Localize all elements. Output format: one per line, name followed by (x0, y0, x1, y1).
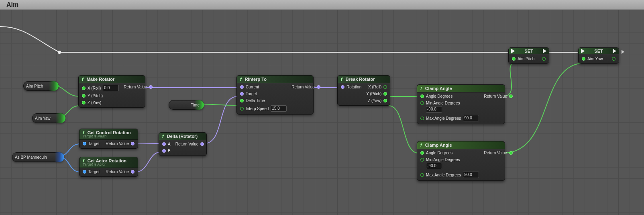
node-header: fGet Control Rotation Target is Pawn (79, 129, 138, 140)
pin-var-in[interactable]: Aim Yaw (582, 57, 603, 61)
pin-target[interactable]: Target (83, 170, 100, 174)
set-label: SET (518, 49, 540, 53)
pin-angle[interactable]: Angle Degrees (420, 151, 479, 155)
section-title: Aim (0, 0, 644, 10)
var-aim-yaw[interactable]: Aim Yaw (32, 113, 65, 123)
pin-return-value[interactable]: Return Value (291, 85, 320, 89)
node-title: RInterp To (245, 77, 267, 82)
pin-return-value[interactable]: Return Value (484, 151, 513, 155)
node-header: f Make Rotator (79, 76, 145, 83)
pin-b[interactable]: B (162, 149, 171, 153)
function-icon: f (420, 143, 422, 147)
node-header: f Delta (Rotator) (159, 133, 206, 140)
pin-target[interactable]: Target (83, 141, 100, 146)
pill-label: Time (191, 103, 200, 107)
function-icon: f (240, 77, 242, 82)
pin-interp-speed[interactable]: Interp Speed15.0 (240, 105, 287, 112)
pin-delta-time[interactable]: Delta Time (240, 98, 287, 103)
var-time[interactable]: Time (169, 100, 204, 110)
exec-continuation-icon (622, 50, 624, 54)
node-clamp-angle-2[interactable]: f Clamp Angle Angle Degrees Min Angle De… (417, 141, 505, 181)
pin-min-angle[interactable]: Min Angle Degrees -90.0 (420, 101, 479, 113)
input-min-angle[interactable]: -90.0 (426, 106, 442, 113)
pin-a[interactable]: A (162, 142, 171, 146)
set-label: SET (588, 49, 609, 53)
node-title: Clamp Angle (425, 86, 452, 91)
pin-var-out[interactable] (612, 57, 615, 61)
node-subtitle: Target is Actor (83, 162, 106, 166)
node-set-aim-pitch[interactable]: SET Aim Pitch (508, 47, 549, 64)
pill-label: Aim Pitch (26, 84, 43, 88)
node-header: f Break Rotator (338, 76, 390, 83)
node-header: f RInterp To (237, 76, 313, 83)
node-title: Delta (Rotator) (167, 134, 198, 139)
pin-return-value[interactable]: Return Value (106, 141, 135, 146)
blueprint-graph[interactable]: Aim Pitch Aim Yaw As BP Mannequin Time f… (0, 10, 644, 215)
function-icon: f (341, 77, 342, 82)
input-x-roll[interactable]: 0.0 (103, 85, 119, 91)
node-title: Clamp Angle (425, 143, 452, 147)
node-clamp-angle-1[interactable]: f Clamp Angle Angle Degrees Min Angle De… (417, 84, 505, 124)
node-header: f Clamp Angle (417, 141, 505, 149)
pin-rotation[interactable]: Rotation (341, 85, 361, 89)
exec-in-pin[interactable] (511, 49, 515, 53)
pill-label: As BP Mannequin (15, 155, 47, 160)
input-max-angle[interactable]: 90.0 (463, 172, 479, 178)
pin-return-value[interactable]: Return Value (484, 94, 513, 98)
pin-target[interactable]: Target (240, 92, 287, 96)
svg-point-0 (58, 51, 61, 54)
input-min-angle[interactable]: -90.0 (426, 163, 442, 169)
pin-y-pitch[interactable]: Y (Pitch) (82, 94, 119, 98)
node-title: Break Rotator (346, 77, 375, 82)
pill-label: Aim Yaw (35, 116, 51, 121)
function-icon: f (420, 86, 422, 91)
var-as-bp-mannequin[interactable]: As BP Mannequin (12, 152, 64, 162)
node-title: Make Rotator (87, 77, 115, 82)
exec-out-pin[interactable] (613, 49, 616, 53)
input-max-angle[interactable]: 90.0 (463, 115, 479, 121)
pin-z-yaw[interactable]: Z (Yaw) (82, 100, 119, 105)
input-interp-speed[interactable]: 15.0 (271, 105, 287, 112)
exec-in-pin[interactable] (581, 49, 585, 53)
function-icon: f (82, 77, 84, 82)
node-rinterp-to[interactable]: f RInterp To Current Target Delta Time I… (236, 75, 314, 115)
node-delta-rotator[interactable]: f Delta (Rotator) A B Return Value (159, 132, 207, 156)
node-break-rotator[interactable]: f Break Rotator Rotation X (Roll) Y (Pit… (337, 75, 390, 106)
pin-return-value[interactable]: Return Value (124, 85, 153, 89)
pin-min-angle[interactable]: Min Angle Degrees -90.0 (420, 158, 479, 169)
node-header: f Clamp Angle (417, 85, 505, 92)
pin-z-yaw[interactable]: Z (Yaw) (366, 98, 387, 103)
node-make-rotator[interactable]: f Make Rotator X (Roll)0.0 Y (Pitch) Z (… (78, 75, 145, 108)
node-subtitle: Target is Pawn (83, 134, 106, 138)
pin-var-out[interactable] (542, 57, 546, 61)
pin-x-roll[interactable]: X (Roll) (366, 85, 387, 89)
node-set-aim-yaw[interactable]: SET Aim Yaw (578, 47, 619, 64)
pin-return-value[interactable]: Return Value (175, 142, 204, 146)
pin-max-angle[interactable]: Max Angle Degrees90.0 (420, 172, 479, 178)
wires-layer (0, 10, 644, 215)
node-get-control-rotation[interactable]: fGet Control Rotation Target is Pawn Tar… (79, 129, 138, 149)
pin-y-pitch[interactable]: Y (Pitch) (366, 92, 387, 96)
exec-out-pin[interactable] (543, 49, 546, 53)
node-header: fGet Actor Rotation Target is Actor (79, 157, 138, 168)
pin-x-roll[interactable]: X (Roll)0.0 (82, 85, 119, 91)
var-aim-pitch[interactable]: Aim Pitch (23, 81, 59, 91)
pin-angle[interactable]: Angle Degrees (420, 94, 479, 98)
pin-var-in[interactable]: Aim Pitch (512, 57, 534, 61)
node-get-actor-rotation[interactable]: fGet Actor Rotation Target is Actor Targ… (79, 157, 138, 177)
pin-return-value[interactable]: Return Value (106, 170, 135, 174)
pin-current[interactable]: Current (240, 85, 287, 89)
function-icon: f (162, 134, 164, 139)
pin-max-angle[interactable]: Max Angle Degrees90.0 (420, 115, 479, 121)
